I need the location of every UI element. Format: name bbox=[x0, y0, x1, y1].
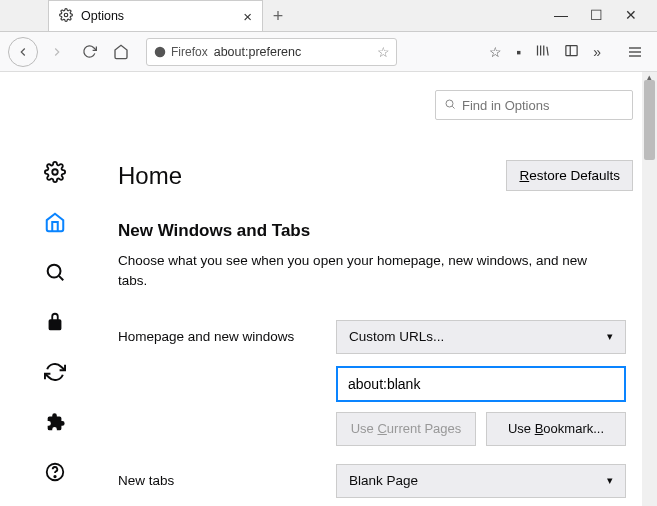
window-minimize[interactable]: — bbox=[554, 7, 568, 23]
svg-line-9 bbox=[59, 276, 63, 280]
sidebar-item-search[interactable] bbox=[43, 260, 67, 284]
use-current-pages-button: Use Current Pages bbox=[336, 412, 476, 446]
reload-button[interactable] bbox=[76, 39, 102, 65]
new-tab-button[interactable]: + bbox=[263, 1, 293, 31]
homepage-label: Homepage and new windows bbox=[118, 329, 336, 344]
home-button[interactable] bbox=[108, 39, 134, 65]
svg-point-11 bbox=[54, 476, 55, 477]
library-icon[interactable] bbox=[535, 43, 550, 61]
downloads-icon[interactable]: ▪ bbox=[516, 44, 521, 60]
url-bar[interactable]: Firefox ☆ bbox=[146, 38, 397, 66]
back-button[interactable] bbox=[8, 37, 38, 67]
svg-point-0 bbox=[64, 13, 68, 17]
scroll-thumb[interactable] bbox=[644, 80, 655, 160]
overflow-icon[interactable]: » bbox=[593, 44, 601, 60]
url-input[interactable] bbox=[214, 45, 371, 59]
section-description: Choose what you see when you open your h… bbox=[118, 251, 618, 292]
vertical-scrollbar[interactable]: ▴ bbox=[642, 72, 657, 506]
sidebar-item-home[interactable] bbox=[43, 210, 67, 234]
newtabs-select[interactable]: Blank Page ▾ bbox=[336, 464, 626, 498]
homepage-url-input[interactable] bbox=[336, 366, 626, 402]
section-heading: New Windows and Tabs bbox=[118, 221, 633, 241]
identity-box[interactable]: Firefox bbox=[153, 45, 208, 59]
tab-label: Options bbox=[81, 9, 235, 23]
tab-options[interactable]: Options × bbox=[48, 0, 263, 31]
svg-point-12 bbox=[446, 100, 453, 107]
chevron-down-icon: ▾ bbox=[607, 474, 613, 487]
sidebar-item-support[interactable] bbox=[43, 460, 67, 484]
gear-icon bbox=[59, 8, 73, 25]
find-input[interactable] bbox=[462, 98, 630, 113]
search-icon bbox=[444, 98, 456, 113]
identity-label: Firefox bbox=[171, 45, 208, 59]
page-title: Home bbox=[118, 162, 182, 190]
homepage-mode-select[interactable]: Custom URLs... ▾ bbox=[336, 320, 626, 354]
firefox-icon bbox=[153, 45, 167, 59]
select-value: Blank Page bbox=[349, 473, 418, 488]
forward-button[interactable] bbox=[44, 39, 70, 65]
pocket-icon[interactable]: ☆ bbox=[489, 44, 502, 60]
sidebar-toggle-icon[interactable] bbox=[564, 43, 579, 61]
sidebar-item-sync[interactable] bbox=[43, 360, 67, 384]
category-sidebar bbox=[0, 72, 110, 506]
use-bookmark-button[interactable]: Use Bookmark... bbox=[486, 412, 626, 446]
select-value: Custom URLs... bbox=[349, 329, 444, 344]
sidebar-item-extensions[interactable] bbox=[43, 410, 67, 434]
tab-close-button[interactable]: × bbox=[243, 8, 252, 25]
svg-point-8 bbox=[48, 265, 61, 278]
menu-button[interactable] bbox=[621, 38, 649, 66]
window-maximize[interactable]: ☐ bbox=[590, 7, 603, 23]
svg-rect-2 bbox=[566, 45, 577, 55]
find-in-options[interactable] bbox=[435, 90, 633, 120]
sidebar-item-general[interactable] bbox=[43, 160, 67, 184]
main-panel: Home Restore Defaults New Windows and Ta… bbox=[110, 72, 657, 506]
svg-line-13 bbox=[452, 106, 454, 108]
window-close[interactable]: ✕ bbox=[625, 7, 637, 23]
sidebar-item-privacy[interactable] bbox=[43, 310, 67, 334]
newtabs-label: New tabs bbox=[118, 473, 336, 488]
restore-defaults-button[interactable]: Restore Defaults bbox=[506, 160, 633, 191]
navigation-toolbar: Firefox ☆ ☆ ▪ » bbox=[0, 32, 657, 72]
svg-point-1 bbox=[155, 46, 166, 57]
bookmark-star-icon[interactable]: ☆ bbox=[377, 44, 390, 60]
svg-point-7 bbox=[52, 169, 58, 175]
chevron-down-icon: ▾ bbox=[607, 330, 613, 343]
